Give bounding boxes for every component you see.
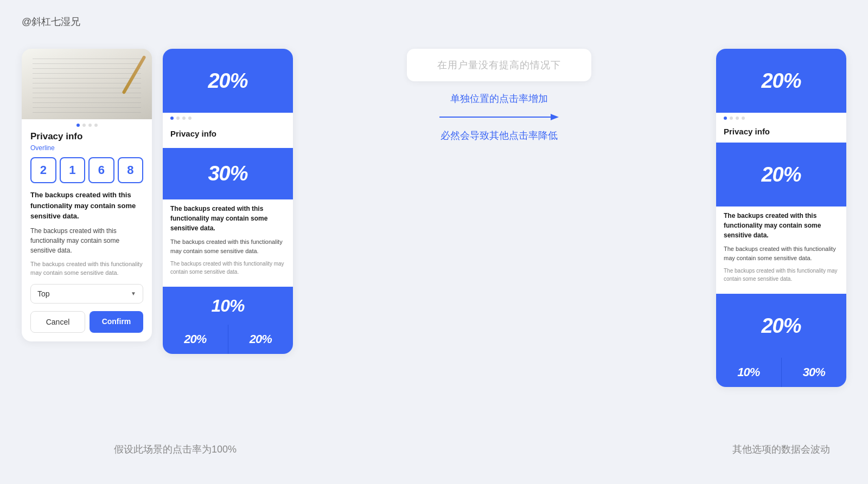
speech-bubble: 在用户量没有提高的情况下 [407, 49, 591, 81]
right-block-1-text: 20% [761, 69, 801, 93]
left-card-title: Privacy info [30, 131, 143, 142]
arrow-svg [439, 111, 559, 124]
right-block-4a-text: 10% [737, 365, 760, 379]
right-block-2-text: 20% [761, 163, 801, 186]
dot-4 [94, 124, 98, 127]
middle-block-1: 20% [163, 49, 293, 113]
right-desc-light: The backups created with this functional… [724, 267, 839, 283]
right-block-4b: 30% [782, 358, 847, 387]
right-dot-2 [730, 117, 733, 120]
middle-block-3-text: 10% [211, 296, 244, 316]
desc-bold: The backups created with this functional… [30, 190, 143, 222]
right-card-title: Privacy info [724, 127, 839, 136]
middle-block-4b: 20% [228, 325, 293, 354]
num-box-4: 8 [118, 157, 144, 183]
watermark: @斜杠七湿兄 [22, 15, 80, 28]
dot-1 [76, 124, 80, 127]
middle-dots [163, 113, 293, 124]
cancel-button[interactable]: Cancel [30, 311, 85, 333]
num-box-3: 6 [88, 157, 114, 183]
middle-block-4b-text: 20% [250, 332, 272, 346]
middle-block-4a-text: 20% [184, 332, 206, 346]
card-image [22, 49, 152, 119]
desc-light: The backups created with this functional… [30, 260, 143, 278]
middle-desc-medium: The backups created with this functional… [170, 237, 285, 255]
right-block-1: 20% [716, 49, 846, 113]
bottom-label-left: 假设此场景的点击率为100% [114, 443, 237, 456]
middle-dot-2 [176, 117, 180, 120]
dots-indicator [22, 119, 152, 131]
middle-card: 20% Privacy info 30% The backups created… [163, 49, 293, 354]
pen-decoration [122, 55, 146, 94]
overline-text: Overline [30, 144, 143, 152]
num-box-2: 1 [60, 157, 86, 183]
right-block-2: 20% [716, 143, 846, 206]
button-row: Cancel Confirm [30, 311, 143, 333]
middle-card-title: Privacy info [170, 129, 285, 138]
middle-block-2: 30% [163, 148, 293, 199]
right-block-4a: 10% [716, 358, 782, 387]
middle-dot-1 [170, 117, 174, 120]
num-box-1: 2 [30, 157, 56, 183]
arrow-text-2: 必然会导致其他点击率降低 [441, 129, 558, 142]
middle-block-1-text: 20% [208, 69, 247, 93]
dot-2 [82, 124, 86, 127]
right-desc-bold: The backups created with this functional… [724, 211, 839, 240]
right-dots [716, 113, 846, 124]
middle-dot-4 [188, 117, 192, 120]
right-block-3-text: 20% [761, 314, 801, 338]
svg-marker-1 [551, 114, 559, 120]
right-block-row: 10% 30% [716, 358, 846, 387]
dropdown-value: Top [37, 289, 50, 298]
arrow-text-1: 单独位置的点击率增加 [450, 92, 548, 105]
dropdown-wrapper[interactable]: Top ▼ [30, 284, 143, 304]
center-area: 在用户量没有提高的情况下 单独位置的点击率增加 必然会导致其他点击率降低 [293, 49, 705, 142]
number-boxes: 2 1 6 8 [30, 157, 143, 183]
right-dot-4 [742, 117, 745, 120]
dropdown[interactable]: Top ▼ [30, 284, 143, 304]
arrow-area: 单独位置的点击率增加 必然会导致其他点击率降低 [439, 92, 559, 142]
right-block-3: 20% [716, 294, 846, 358]
right-block-4b-text: 30% [803, 365, 825, 379]
middle-block-3: 10% [163, 287, 293, 325]
middle-block-2-text: 30% [208, 162, 247, 185]
right-desc-medium: The backups created with this functional… [724, 244, 839, 262]
left-card: Privacy info Overline 2 1 6 8 The backup… [22, 49, 152, 341]
dropdown-arrow-icon: ▼ [131, 291, 136, 296]
right-dot-3 [736, 117, 739, 120]
confirm-button[interactable]: Confirm [90, 311, 143, 333]
middle-desc-light: The backups created with this functional… [170, 260, 285, 276]
middle-block-4a: 20% [163, 325, 228, 354]
desc-medium: The backups created with this functional… [30, 226, 143, 255]
bottom-label-right: 其他选项的数据会波动 [732, 443, 830, 456]
right-card: 20% Privacy info 20% The backups created… [716, 49, 846, 387]
middle-desc-bold: The backups created with this functional… [170, 204, 285, 233]
dot-3 [88, 124, 92, 127]
middle-block-row: 20% 20% [163, 325, 293, 354]
middle-dot-3 [182, 117, 186, 120]
right-dot-1 [724, 117, 727, 120]
